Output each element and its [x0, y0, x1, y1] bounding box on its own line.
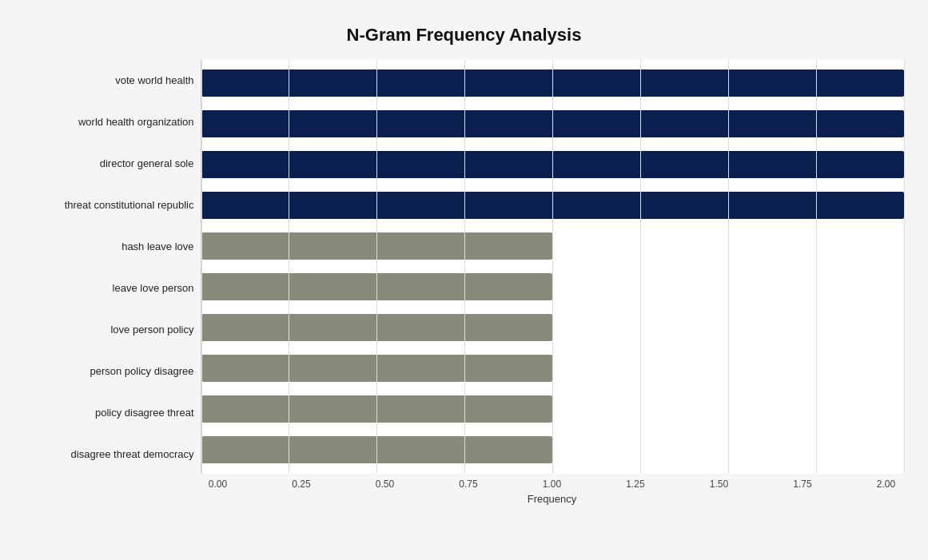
bar: [201, 395, 553, 423]
bar-row: [201, 311, 904, 344]
x-tick: 1.25: [619, 479, 651, 490]
bar: [201, 70, 904, 97]
chart-container: N-Gram Frequency Analysis vote world hea…: [9, 9, 920, 552]
chart-title: N-Gram Frequency Analysis: [25, 25, 904, 46]
y-label: person policy disagree: [90, 352, 193, 391]
y-label: disagree threat democracy: [71, 435, 194, 474]
bar: [201, 232, 553, 260]
y-label: world health organization: [78, 103, 194, 141]
bar-row: [201, 229, 904, 263]
x-tick: 2.00: [870, 479, 902, 490]
plot-area: 0.000.250.500.751.001.251.501.752.00 Fre…: [201, 60, 904, 499]
bar-row: [201, 351, 904, 385]
x-tick: 0.50: [369, 479, 401, 490]
bars-region: [201, 60, 904, 474]
bar-row: [201, 107, 904, 141]
x-axis: 0.000.250.500.751.001.251.501.752.00 Fre…: [201, 475, 904, 499]
x-tick: 1.75: [787, 479, 818, 490]
x-tick: 1.00: [536, 479, 568, 490]
bar: [201, 192, 904, 219]
x-tick: 1.50: [703, 479, 735, 490]
bar-row: [201, 433, 904, 467]
x-tick: 0.25: [285, 479, 317, 490]
bar-row: [201, 189, 904, 222]
bar: [201, 436, 553, 463]
bar-row: [201, 148, 904, 181]
x-axis-label: Frequency: [201, 493, 904, 505]
bar: [201, 314, 553, 341]
bar-row: [201, 270, 904, 304]
y-label: leave love person: [113, 269, 194, 308]
y-axis: vote world healthworld health organizati…: [25, 60, 201, 499]
bar: [201, 110, 904, 137]
bar-row: [201, 66, 904, 100]
bar: [201, 151, 904, 178]
y-label: love person policy: [110, 311, 193, 349]
chart-area: vote world healthworld health organizati…: [25, 60, 904, 499]
x-tick: 0.75: [452, 479, 484, 490]
x-tick: 0.00: [202, 479, 234, 490]
y-label: threat constitutional republic: [65, 186, 194, 224]
y-label: policy disagree threat: [95, 394, 194, 432]
y-label: director general sole: [100, 145, 194, 183]
bar-row: [201, 392, 904, 426]
y-label: hash leave love: [121, 228, 193, 266]
bar: [201, 273, 553, 300]
y-label: vote world health: [115, 62, 193, 100]
bar: [201, 355, 553, 382]
